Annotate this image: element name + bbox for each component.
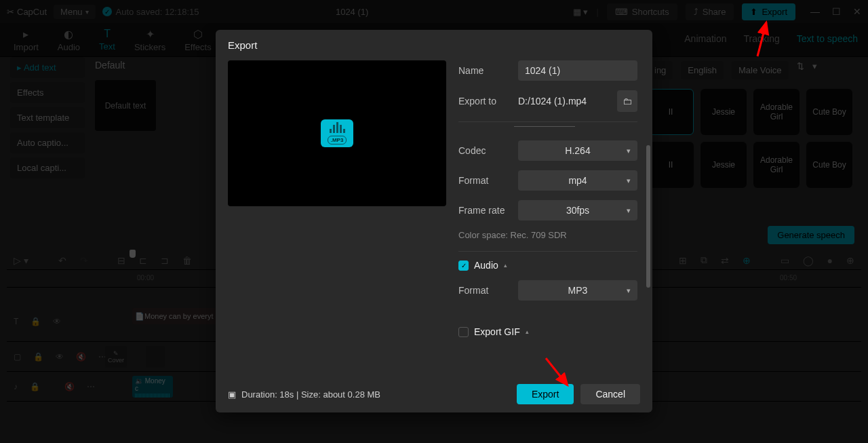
browse-folder-button[interactable]: 🗀 — [617, 90, 637, 112]
chevron-down-icon: ▾ — [627, 176, 631, 185]
label-codec: Codec — [458, 145, 518, 156]
gif-section-head[interactable]: Export GIF ▴ — [458, 326, 637, 337]
chevron-down-icon: ▾ — [627, 206, 631, 215]
label-fps: Frame rate — [458, 205, 518, 216]
collapse-icon: ▴ — [504, 262, 507, 269]
export-preview: .MP3 — [228, 60, 446, 206]
mp3-icon: .MP3 — [321, 119, 353, 147]
folder-icon: 🗀 — [623, 96, 632, 107]
select-codec[interactable]: H.264▾ — [518, 140, 637, 161]
select-audio-format[interactable]: MP3▾ — [518, 280, 637, 301]
audio-section-head[interactable]: ✓ Audio ▴ — [458, 260, 637, 271]
label-exportto: Export to — [458, 96, 518, 107]
input-exportto: D:/1024 (1).mp4 — [518, 91, 613, 111]
scrollbar[interactable] — [646, 145, 650, 288]
select-fps[interactable]: 30fps▾ — [518, 200, 637, 220]
export-modal: Export .MP3 Name 1024 (1) Export to D:/1… — [216, 30, 652, 412]
collapse-icon: ▴ — [526, 328, 529, 335]
colorspace-text: Color space: Rec. 709 SDR — [458, 230, 637, 240]
input-name[interactable]: 1024 (1) — [518, 60, 637, 81]
export-form: Name 1024 (1) Export to D:/1024 (1).mp4 … — [458, 60, 640, 376]
video-icon: ▣ — [228, 389, 236, 400]
label-name: Name — [458, 65, 518, 76]
chevron-down-icon: ▾ — [627, 147, 631, 155]
label-format: Format — [458, 175, 518, 186]
chevron-down-icon: ▾ — [627, 286, 631, 295]
select-format[interactable]: mp4▾ — [518, 170, 637, 191]
modal-title: Export — [216, 30, 652, 60]
gif-checkbox[interactable] — [458, 327, 469, 337]
audio-checkbox[interactable]: ✓ — [458, 261, 469, 271]
label-audio-format: Format — [458, 285, 518, 296]
export-info: ▣ Duration: 18s | Size: about 0.28 MB — [228, 389, 510, 400]
export-confirm-button[interactable]: Export — [517, 384, 574, 404]
cancel-button[interactable]: Cancel — [580, 384, 640, 404]
